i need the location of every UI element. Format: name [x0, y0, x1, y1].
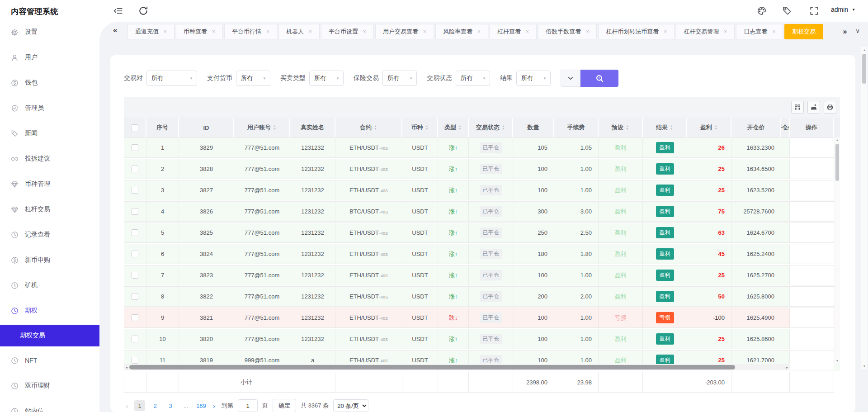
- page-number-1[interactable]: 1: [134, 400, 145, 411]
- sidebar-item-dual-finance[interactable]: 双币理财: [0, 373, 99, 398]
- row-checkbox[interactable]: [132, 293, 138, 300]
- prev-page-icon[interactable]: ‹: [124, 402, 130, 410]
- page-number-2[interactable]: 2: [150, 400, 160, 411]
- sidebar-item-option[interactable]: 期权: [0, 298, 99, 323]
- row-checkbox[interactable]: [132, 272, 138, 279]
- row-checkbox[interactable]: [132, 229, 138, 236]
- sort-caret-icon[interactable]: ▲▼: [714, 125, 717, 130]
- sidebar-item-leverage[interactable]: 杠杆交易: [0, 197, 99, 222]
- sort-caret-icon[interactable]: ▲▼: [670, 125, 673, 130]
- page-scrollbar[interactable]: ▲ ▼: [861, 47, 867, 369]
- print-button[interactable]: [824, 101, 836, 114]
- sidebar-item-users[interactable]: 用户: [0, 45, 99, 70]
- tabs-scroll-right-icon[interactable]: »: [837, 24, 853, 39]
- tab-倍数手数查看[interactable]: 倍数手数查看×: [538, 24, 597, 39]
- tab-风险率查看[interactable]: 风险率查看×: [435, 24, 488, 39]
- row-checkbox[interactable]: [132, 144, 138, 151]
- sort-caret-icon[interactable]: ▲▼: [374, 125, 377, 130]
- sidebar-item-coin-manage[interactable]: 币种管理: [0, 171, 99, 197]
- scroll-right-arrow-icon[interactable]: ►: [784, 366, 790, 369]
- tab-通道充值[interactable]: 通道充值×: [127, 24, 175, 39]
- horizontal-scrollbar-thumb[interactable]: [129, 365, 735, 369]
- sidebar-item-news[interactable]: 新闻: [0, 121, 99, 146]
- row-checkbox[interactable]: [132, 251, 138, 257]
- table-vertical-scrollbar-thumb[interactable]: [835, 144, 839, 181]
- col-header-preset[interactable]: 预设▲▼: [599, 118, 643, 137]
- scroll-up-arrow-icon[interactable]: ▲: [835, 137, 840, 143]
- sidebar-item-admins[interactable]: 管理员: [0, 95, 99, 121]
- col-header-status[interactable]: 交易状态▲▼: [469, 118, 513, 137]
- row-checkbox[interactable]: [132, 166, 138, 172]
- sidebar-item-mail[interactable]: 站内信: [0, 398, 99, 412]
- export-button[interactable]: [807, 101, 820, 114]
- tab-杠杆查看[interactable]: 杠杆查看×: [490, 24, 537, 39]
- insurance-select[interactable]: 所有▼: [382, 71, 417, 86]
- pair-select[interactable]: 所有▼: [146, 71, 197, 86]
- select-all-checkbox[interactable]: [132, 124, 138, 131]
- sidebar-item-wallet[interactable]: 钱包: [0, 70, 99, 95]
- tab-close-icon[interactable]: ×: [772, 28, 775, 35]
- sidebar-item-feedback[interactable]: 投拆建议: [0, 146, 99, 171]
- sidebar-item-nft[interactable]: NFT: [0, 348, 99, 373]
- page-scroll-down-icon[interactable]: ▼: [861, 363, 868, 369]
- search-button[interactable]: [580, 70, 618, 87]
- tab-日志查看[interactable]: 日志查看×: [736, 24, 783, 39]
- page-number-3[interactable]: 3: [165, 400, 176, 411]
- row-checkbox[interactable]: [132, 187, 138, 194]
- palette-icon[interactable]: [757, 6, 767, 16]
- tab-杠杆交易管理[interactable]: 杠杆交易管理×: [676, 24, 735, 39]
- row-checkbox[interactable]: [132, 208, 138, 215]
- row-checkbox[interactable]: [132, 336, 138, 342]
- page-scroll-up-icon[interactable]: ▲: [861, 47, 868, 53]
- tab-close-icon[interactable]: ×: [266, 28, 269, 35]
- sidebar-item-records[interactable]: 记录查看: [0, 222, 99, 247]
- tab-close-icon[interactable]: ×: [586, 28, 589, 35]
- tab-用户交易查看[interactable]: 用户交易查看×: [375, 24, 434, 39]
- row-checkbox[interactable]: [132, 314, 138, 321]
- tab-close-icon[interactable]: ×: [423, 28, 426, 35]
- table-vertical-scrollbar[interactable]: ▲ ▼: [835, 137, 840, 364]
- result-select[interactable]: 所有▼: [516, 71, 551, 86]
- tab-close-icon[interactable]: ×: [164, 28, 167, 35]
- tab-机器人[interactable]: 机器人×: [278, 24, 320, 39]
- page-number-169[interactable]: 169: [196, 400, 207, 411]
- sidebar-item-new-coin[interactable]: 新币申购: [0, 247, 99, 273]
- page-scrollbar-thumb[interactable]: [862, 54, 866, 84]
- tab-平台币行情[interactable]: 平台币行情×: [224, 24, 277, 39]
- pay-coin-select[interactable]: 所有▼: [236, 71, 270, 86]
- confirm-button[interactable]: 确定: [273, 399, 296, 412]
- col-header-coin[interactable]: 币种▲▼: [402, 118, 438, 137]
- horizontal-scrollbar[interactable]: ◄ ►: [124, 364, 790, 370]
- tab-杠杆币划转法币查看[interactable]: 杠杆币划转法币查看×: [598, 24, 675, 39]
- tab-close-icon[interactable]: ×: [724, 28, 727, 35]
- fullscreen-icon[interactable]: [809, 6, 819, 16]
- sidebar-subitem-option-trade[interactable]: 期权交易: [0, 325, 99, 346]
- sort-caret-icon[interactable]: ▲▼: [626, 125, 629, 130]
- sort-caret-icon[interactable]: ▲▼: [502, 125, 505, 130]
- trade-type-select[interactable]: 所有▼: [309, 71, 344, 86]
- col-header-profit[interactable]: 盈利▲▼: [687, 118, 731, 137]
- tab-币种查看[interactable]: 币种查看×: [176, 24, 223, 39]
- sort-caret-icon[interactable]: ▲▼: [425, 125, 429, 130]
- columns-button[interactable]: [791, 101, 804, 114]
- sort-caret-icon[interactable]: ▲▼: [458, 125, 462, 130]
- user-menu[interactable]: admin ▼: [831, 6, 855, 13]
- tabs-dropdown-icon[interactable]: ∨: [855, 27, 860, 34]
- next-page-icon[interactable]: ›: [211, 402, 217, 410]
- goto-page-input[interactable]: [238, 399, 258, 412]
- tabs-scroll-left-icon[interactable]: «: [113, 26, 117, 35]
- tab-close-icon[interactable]: ×: [309, 28, 312, 35]
- col-header-result[interactable]: 结果▲▼: [643, 118, 687, 137]
- tag-icon[interactable]: [782, 6, 792, 16]
- tab-close-icon[interactable]: ×: [212, 28, 215, 35]
- sidebar-item-miner[interactable]: 矿机: [0, 273, 99, 298]
- sidebar-item-settings[interactable]: 设置: [0, 19, 99, 45]
- sort-caret-icon[interactable]: ▲▼: [273, 125, 276, 130]
- refresh-icon[interactable]: [138, 6, 148, 16]
- scroll-down-arrow-icon[interactable]: ▼: [835, 358, 840, 364]
- menu-fold-icon[interactable]: [113, 6, 123, 16]
- col-header-account[interactable]: 用户账号▲▼: [234, 118, 290, 137]
- tab-期权交易[interactable]: 期权交易: [784, 24, 823, 39]
- tab-close-icon[interactable]: ×: [664, 28, 667, 35]
- tab-close-icon[interactable]: ×: [477, 28, 481, 35]
